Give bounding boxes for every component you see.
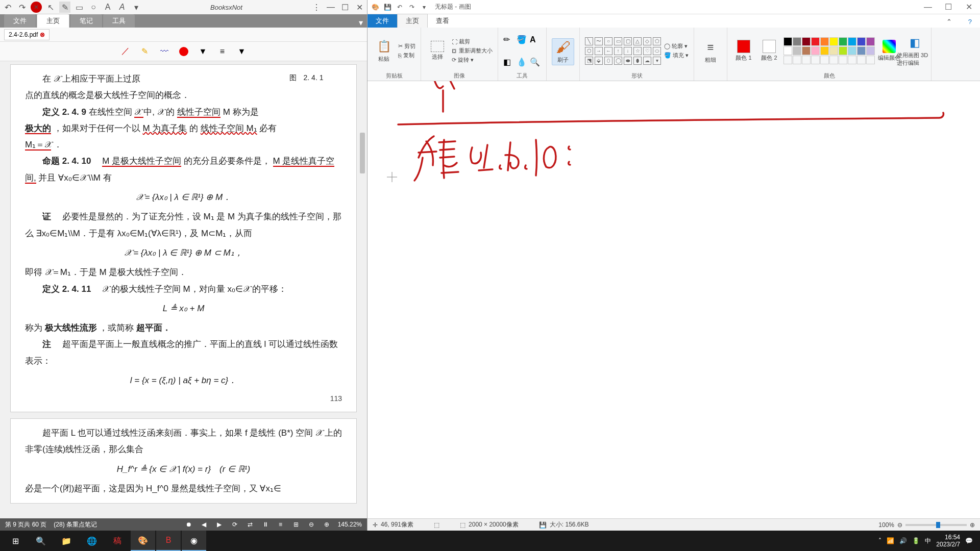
zoom-in-icon[interactable]: ⊕: [970, 521, 975, 529]
color2-button[interactable]: 颜色 2: [758, 40, 780, 62]
status-dimensions: 2000 × 20000像素: [469, 520, 519, 529]
paint-canvas[interactable]: [368, 81, 980, 518]
pencil-icon[interactable]: ✏: [503, 35, 514, 44]
redo-icon[interactable]: ↷: [16, 2, 28, 13]
tab-home[interactable]: 主页: [37, 14, 69, 28]
prev-icon[interactable]: ◀: [200, 520, 208, 529]
lines-icon[interactable]: ≡: [216, 45, 229, 58]
tab-home[interactable]: 主页: [397, 14, 428, 28]
paint-app-icon: 🎨: [371, 3, 380, 12]
close-icon[interactable]: ✕: [354, 2, 365, 13]
shapes-gallery[interactable]: ╲〜○▭▢△◇⬠ ⬡→←↑↓☆♡⬭ ⬔⬙⬯◯⬬⬮☁▾: [585, 37, 661, 65]
ime-icon[interactable]: 中: [925, 537, 931, 545]
status-filesize: 大小: 156.6KB: [550, 520, 589, 529]
color-picker[interactable]: [177, 45, 190, 58]
eyedropper-icon[interactable]: 💧: [517, 57, 528, 67]
loop-icon[interactable]: ⟳: [231, 520, 239, 529]
play-icon[interactable]: ⏺: [185, 520, 193, 529]
help-icon[interactable]: ?: [960, 16, 980, 28]
zoom-in-icon[interactable]: ⊕: [323, 520, 331, 529]
minimize-icon[interactable]: —: [920, 2, 936, 13]
scrollbar[interactable]: [359, 61, 366, 518]
highlighter-icon[interactable]: ✎: [138, 45, 152, 58]
text-icon[interactable]: A: [530, 35, 541, 44]
paste-button[interactable]: 📋粘贴: [373, 39, 395, 63]
search-icon[interactable]: 🔍: [29, 531, 53, 551]
pen-red-icon[interactable]: ／: [119, 45, 132, 58]
cursor-pos-icon: ✛: [373, 521, 378, 529]
text-a2-icon[interactable]: A: [116, 2, 128, 13]
zoom-out-icon[interactable]: ⊖: [897, 521, 902, 529]
tab-file[interactable]: 文件: [368, 14, 397, 28]
notifications-icon[interactable]: 💬: [965, 537, 973, 544]
save-icon[interactable]: 💾: [383, 3, 392, 12]
list-icon[interactable]: ≡: [277, 520, 285, 529]
paint-taskbar-icon[interactable]: 🎨: [131, 531, 155, 551]
cursor-icon[interactable]: ↖: [45, 2, 56, 13]
size-button[interactable]: ≡粗细: [699, 40, 722, 64]
outline-button[interactable]: ◯ 轮廓 ▾: [664, 42, 689, 50]
note-icon[interactable]: ▾: [131, 2, 142, 13]
zoom-out-icon[interactable]: ⊖: [307, 520, 315, 529]
volume-icon[interactable]: 🔊: [899, 537, 907, 544]
rect-icon[interactable]: ▭: [74, 2, 85, 13]
tray-chevron-icon[interactable]: ˄: [878, 537, 881, 544]
close-icon[interactable]: ✕: [961, 2, 977, 13]
document-tab-close-icon[interactable]: ⊗: [40, 31, 45, 38]
booksxnote-taskbar-icon[interactable]: B: [156, 531, 181, 551]
tab-tools[interactable]: 工具: [103, 14, 135, 28]
battery-icon[interactable]: 🔋: [912, 537, 920, 544]
copy-button[interactable]: ⎘ 复制: [398, 52, 415, 59]
shuffle-icon[interactable]: ⇄: [246, 520, 254, 529]
clock[interactable]: 16:54 2023/2/7: [936, 534, 960, 548]
document-tab[interactable]: 2.4-2.6.pdf ⊗: [4, 29, 50, 40]
status-position: 46, 991像素: [381, 520, 413, 529]
color-palette[interactable]: [783, 37, 875, 64]
select-button[interactable]: 选择: [426, 41, 449, 61]
cut-button[interactable]: ✂ 剪切: [398, 42, 415, 50]
next-icon[interactable]: ▶: [215, 520, 224, 529]
zoom-slider[interactable]: [905, 524, 967, 526]
lines-dropdown-icon[interactable]: ▼: [235, 45, 249, 58]
tab-file[interactable]: 文件: [4, 14, 36, 28]
edit-icon[interactable]: ✎: [59, 2, 70, 13]
maximize-icon[interactable]: ☐: [940, 2, 957, 13]
pause-icon[interactable]: ⏸: [261, 520, 270, 529]
crop-button[interactable]: ⛶ 裁剪: [452, 38, 493, 45]
app-red-icon[interactable]: 稿: [105, 531, 130, 551]
qat-dropdown-icon[interactable]: ▾: [420, 3, 429, 12]
circle-icon[interactable]: ○: [88, 2, 99, 13]
explorer-icon[interactable]: 📁: [54, 531, 79, 551]
status-zoom: 145.22%: [338, 521, 362, 528]
obs-icon[interactable]: ◉: [182, 531, 206, 551]
color-dropdown-icon[interactable]: ▼: [197, 45, 210, 58]
brushes-button[interactable]: 🖌刷子: [552, 38, 574, 65]
rotate-button[interactable]: ⟳ 旋转 ▾: [452, 56, 493, 64]
pdf-page: 超平面 L 也可以通过线性泛函来刻画．事实上，如果 f 是线性 (B*) 空间 …: [10, 418, 357, 504]
eraser-icon[interactable]: ◧: [503, 57, 514, 67]
network-icon[interactable]: 📶: [887, 537, 894, 544]
minimize-icon[interactable]: —: [325, 2, 336, 13]
text-a-icon[interactable]: A: [102, 2, 113, 13]
wave-icon[interactable]: 〰: [158, 45, 171, 58]
redo-icon[interactable]: ↷: [407, 3, 416, 12]
fill-button[interactable]: 🪣 填充 ▾: [664, 52, 689, 59]
bucket-icon[interactable]: 🪣: [517, 35, 528, 44]
magnifier-icon[interactable]: 🔍: [530, 57, 541, 67]
ribbon-collapse-icon[interactable]: ⌃: [938, 16, 960, 28]
pdf-viewport[interactable]: 在 𝒳 上相应于平面上过原 图 2. 4. 1 点的直线的概念是极大线性子空间的…: [0, 61, 367, 518]
tab-dropdown-icon[interactable]: ▾: [359, 18, 363, 28]
start-button[interactable]: ⊞: [3, 531, 28, 551]
tab-notes[interactable]: 笔记: [70, 14, 102, 28]
undo-icon[interactable]: ↶: [2, 2, 13, 13]
grid-icon[interactable]: ⊞: [292, 520, 300, 529]
resize-button[interactable]: ⛋ 重新调整大小: [452, 47, 493, 55]
stop-icon[interactable]: ✕: [31, 2, 42, 13]
tab-view[interactable]: 查看: [428, 14, 457, 28]
paint3d-button[interactable]: ◧ 使用画图 3D 进行编辑: [903, 35, 926, 67]
undo-icon[interactable]: ↶: [395, 3, 404, 12]
chrome-icon[interactable]: 🌐: [80, 531, 104, 551]
color1-button[interactable]: 颜色 1: [732, 40, 755, 62]
menu-icon[interactable]: ⋮: [311, 2, 322, 13]
maximize-icon[interactable]: ☐: [339, 2, 351, 13]
